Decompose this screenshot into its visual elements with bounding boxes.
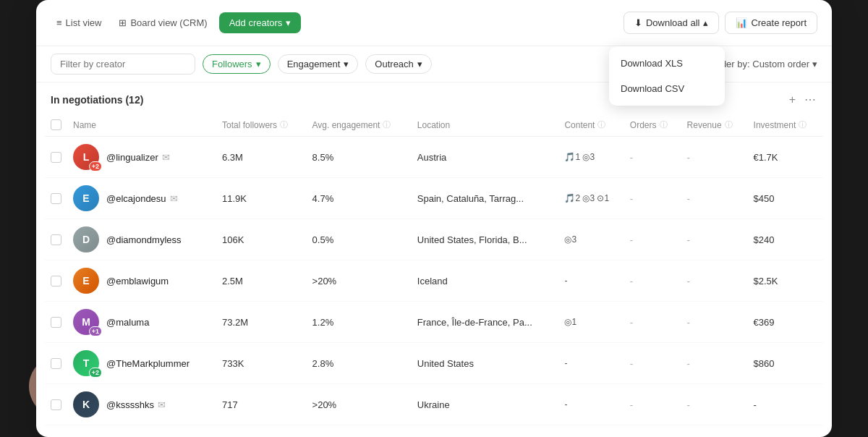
row-revenue: -	[681, 343, 748, 384]
board-view-button[interactable]: ⊞ Board view (CRM)	[113, 14, 213, 32]
create-report-button[interactable]: 📊 Create report	[725, 12, 817, 34]
row-revenue: -	[681, 219, 748, 260]
creator-name[interactable]: @TheMarkplummer	[106, 358, 190, 369]
row-followers: 2.5M	[216, 260, 307, 302]
row-investment: $450	[748, 178, 823, 219]
add-row-button[interactable]: +	[788, 92, 797, 108]
list-view-button[interactable]: ≡ List view	[51, 14, 107, 32]
header-location: Location	[412, 114, 559, 137]
row-investment: -	[748, 384, 823, 425]
search-input[interactable]	[51, 54, 195, 75]
chevron-down-icon: ▾	[286, 17, 291, 28]
add-creators-button[interactable]: Add creators ▾	[219, 12, 302, 33]
row-checkbox-cell	[45, 260, 67, 302]
board-view-icon: ⊞	[119, 17, 127, 28]
engagement-filter-button[interactable]: Engagement ▾	[278, 54, 359, 74]
row-checkbox[interactable]	[51, 317, 61, 328]
row-revenue: -	[681, 137, 748, 178]
row-followers: 106K	[216, 219, 307, 260]
row-name-cell: T +2 @TheMarkplummer	[67, 343, 216, 384]
row-checkbox[interactable]	[51, 358, 61, 369]
chevron-down-icon: ▾	[344, 59, 349, 69]
creator-name[interactable]: @lingualizer ✉	[106, 152, 170, 163]
header-engagement: Avg. engagementⓘ	[307, 114, 412, 137]
row-content: 🎵2 ◎3 ⊙1	[558, 178, 624, 219]
download-csv-item[interactable]: Download CSV	[609, 76, 725, 101]
table-row: T +2 @TheMarkplummer 733K 2.8% United St…	[45, 343, 823, 384]
table-header-row: Name Total followersⓘ Avg. engagementⓘ L…	[45, 114, 823, 137]
outreach-filter-button[interactable]: Outreach ▾	[365, 54, 431, 74]
investment-info-icon: ⓘ	[799, 119, 807, 130]
order-label: Order by: Custom order	[710, 59, 809, 69]
revenue-info-icon: ⓘ	[725, 119, 733, 130]
row-location: Spain, Cataluña, Tarrag...	[412, 178, 559, 219]
row-orders: -	[624, 178, 681, 219]
avatar: E	[73, 268, 99, 294]
row-checkbox-cell	[45, 219, 67, 260]
board-view-label: Board view (CRM)	[130, 17, 207, 28]
row-investment: €1.7K	[748, 137, 823, 178]
row-followers: 6.3M	[216, 137, 307, 178]
followers-info-icon: ⓘ	[280, 119, 288, 130]
engagement-filter-label: Engagement	[287, 59, 341, 69]
avatar-badge: +1	[89, 326, 102, 336]
row-checkbox[interactable]	[51, 276, 61, 287]
row-checkbox[interactable]	[51, 193, 61, 204]
row-checkbox[interactable]	[51, 152, 61, 163]
chevron-down-icon: ▾	[417, 59, 422, 69]
avatar-wrapper: L +2	[73, 144, 99, 170]
followers-filter-button[interactable]: Followers ▾	[203, 54, 271, 74]
creator-name[interactable]: @maluma	[106, 317, 149, 328]
row-location: Austria	[412, 137, 559, 178]
creator-name[interactable]: @emblawigum	[106, 276, 169, 287]
row-checkbox-cell	[45, 178, 67, 219]
row-engagement: 0.5%	[307, 219, 412, 260]
download-xls-item[interactable]: Download XLS	[609, 51, 725, 76]
select-all-checkbox[interactable]	[51, 119, 61, 130]
row-followers: 717	[216, 384, 307, 425]
row-engagement: >20%	[307, 384, 412, 425]
download-all-label: Download all	[646, 17, 699, 28]
creators-table: Name Total followersⓘ Avg. engagementⓘ L…	[45, 114, 823, 425]
table-row: M +1 @maluma 73.2M 1.2% France, Île-de-F…	[45, 302, 823, 343]
row-engagement: 2.8%	[307, 343, 412, 384]
row-orders: -	[624, 219, 681, 260]
row-checkbox[interactable]	[51, 399, 61, 410]
list-view-label: List view	[66, 17, 102, 28]
row-name-cell: M +1 @maluma	[67, 302, 216, 343]
header-checkbox-cell	[45, 114, 67, 137]
row-engagement: >20%	[307, 260, 412, 302]
avatar-wrapper: K	[73, 391, 99, 417]
creator-name[interactable]: @elcajondesu ✉	[106, 193, 178, 204]
orders-info-icon: ⓘ	[660, 119, 668, 130]
row-content: 🎵1 ◎3	[558, 137, 624, 178]
row-name-cell: K @ksssshks ✉	[67, 384, 216, 425]
create-report-label: Create report	[751, 17, 807, 28]
header-orders: Ordersⓘ	[624, 114, 681, 137]
chevron-down-icon: ▾	[812, 59, 817, 69]
avatar-wrapper: E	[73, 185, 99, 211]
row-location: France, Île-de-France, Pa...	[412, 302, 559, 343]
creator-name[interactable]: @diamondmyless	[106, 234, 182, 245]
row-orders: -	[624, 260, 681, 302]
row-checkbox-cell	[45, 343, 67, 384]
avatar: E	[73, 185, 99, 211]
main-card: ≡ List view ⊞ Board view (CRM) Add creat…	[36, 0, 832, 437]
table-row: K @ksssshks ✉ 717 >20% Ukraine - - - -	[45, 384, 823, 425]
row-orders: -	[624, 302, 681, 343]
toolbar: ≡ List view ⊞ Board view (CRM) Add creat…	[36, 0, 832, 46]
row-engagement: 8.5%	[307, 137, 412, 178]
row-content: -	[558, 384, 624, 425]
row-location: United States	[412, 343, 559, 384]
row-orders: -	[624, 343, 681, 384]
header-followers: Total followersⓘ	[216, 114, 307, 137]
download-all-button[interactable]: ⬇ Download all ▴	[624, 12, 719, 34]
followers-filter-label: Followers	[212, 59, 252, 69]
row-investment: $860	[748, 343, 823, 384]
more-options-button[interactable]: ⋯	[803, 91, 817, 108]
order-button[interactable]: Order by: Custom order ▾	[710, 59, 817, 69]
row-checkbox[interactable]	[51, 234, 61, 245]
chevron-down-icon: ▾	[256, 59, 261, 69]
content-info-icon: ⓘ	[597, 119, 605, 130]
creator-name[interactable]: @ksssshks ✉	[106, 399, 166, 410]
